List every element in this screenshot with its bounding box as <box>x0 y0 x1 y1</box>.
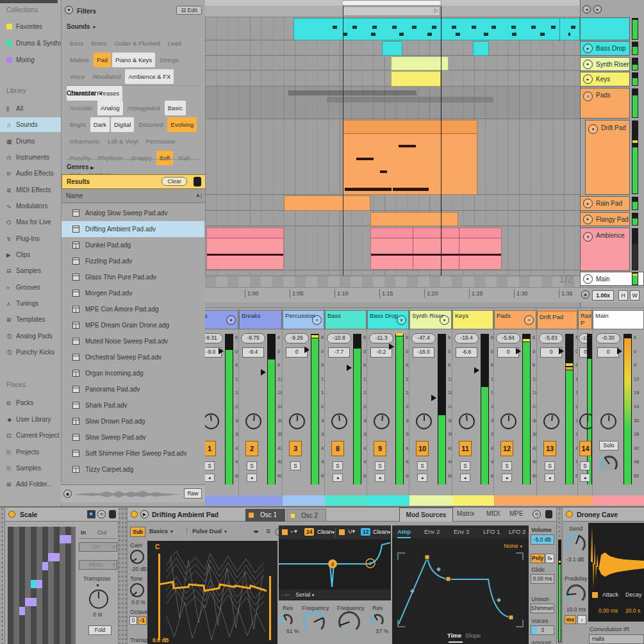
playhead[interactable] <box>441 6 442 287</box>
wave-position-slider[interactable] <box>158 554 160 640</box>
ir-select[interactable]: Halls <box>589 634 644 644</box>
res1-value[interactable]: 61 % <box>286 628 299 634</box>
scroll-left-icon[interactable]: ◂ <box>582 5 591 13</box>
pan-knob[interactable] <box>205 413 219 429</box>
fold-button[interactable]: Fold <box>88 625 111 635</box>
freq2-knob[interactable] <box>338 611 360 633</box>
solo-button[interactable]: S <box>290 461 301 470</box>
fit-height-button[interactable]: H <box>618 290 628 301</box>
clip-flangy-pad[interactable] <box>370 212 458 226</box>
fit-width-button[interactable]: W <box>630 290 640 301</box>
fold-icon[interactable]: ▸ <box>583 74 593 84</box>
peak-value[interactable]: -0.30 <box>596 333 620 343</box>
device-on-led[interactable] <box>8 511 15 518</box>
sidebar-item-samples[interactable]: ⊟Samples <box>0 263 61 278</box>
fold-icon[interactable]: ▸ <box>583 60 593 69</box>
volume-value[interactable]: -6.6 <box>456 347 477 358</box>
fold-icon[interactable]: ▸ <box>583 274 593 284</box>
sort-ascending-icon[interactable]: ▲| <box>195 192 202 198</box>
arm-button[interactable]: ● <box>417 474 427 482</box>
scale-note-grid[interactable] <box>8 527 76 644</box>
save-preset-icon[interactable] <box>109 510 116 518</box>
scale-cell-active[interactable] <box>31 598 37 606</box>
sync-mode-button[interactable]: ♪ <box>577 615 586 624</box>
clip-ambience-1[interactable] <box>206 227 284 270</box>
arm-button[interactable]: ● <box>205 474 215 482</box>
solo-button[interactable]: S <box>460 461 470 470</box>
solo-button[interactable]: S <box>502 461 512 470</box>
sounds-filter-label[interactable]: Sounds ▼ <box>67 23 96 30</box>
attack-toggle[interactable] <box>592 592 598 598</box>
strip-header[interactable]: Bass <box>325 310 367 329</box>
clip-drift-pad[interactable] <box>343 120 477 195</box>
send-value[interactable]: -3.1 dB <box>566 556 584 563</box>
volume-value-box[interactable]: -5.0 dB <box>531 534 554 545</box>
envelope-display[interactable]: None ▾ Time Slope <box>392 538 529 644</box>
res2-knob[interactable] <box>371 614 384 627</box>
wave-position-value[interactable]: 0.0 dB <box>153 637 169 643</box>
list-item-file[interactable]: Glass Thin Pure Pad.adv <box>62 269 204 285</box>
ir-display[interactable]: Attack Decay 0.00 ms 20.0 s <box>588 523 644 622</box>
track-header-flangy-pad[interactable]: ▸Flangy Pad <box>580 212 630 226</box>
osc-pitch-slider[interactable] <box>269 576 271 640</box>
pan-zoom-icon[interactable]: ◈ <box>581 290 590 299</box>
tag-voice[interactable]: Voice <box>67 69 88 84</box>
filter-display[interactable]: 2 1 <box>279 540 391 590</box>
volume-value[interactable]: -9.4 <box>242 347 264 358</box>
list-item-file[interactable]: MPE Dream Grain Drone.adg <box>62 317 204 333</box>
tag-woodwind[interactable]: Woodwind <box>89 69 124 84</box>
wavetable-display[interactable]: C 0.0 dB <box>147 541 277 644</box>
filter1-circuit-select[interactable]: Clean▾ <box>317 529 334 535</box>
crossfade-knob[interactable] <box>600 456 618 473</box>
device-header[interactable]: Droney Cave <box>563 508 644 522</box>
mixer-strip-breaks[interactable]: Breaks -9.75 -9.4 6 0 6 12 18 24 30 36 4… <box>239 308 283 495</box>
pan-knob[interactable] <box>374 413 390 429</box>
out-label[interactable]: Out <box>97 529 107 536</box>
sidebar-item-punchy-kicks[interactable]: ⓪Punchy Kicks <box>0 345 61 359</box>
solo-button[interactable]: S <box>333 461 343 470</box>
strip-header[interactable]: Keys <box>452 310 493 329</box>
mixer-strip-pads[interactable]: Pads≡ -5.84 0 6 0 6 12 18 24 30 36 42 48… <box>494 308 537 495</box>
sidebar-item-analog-pads[interactable]: ⓪Analog Pads <box>0 329 61 343</box>
transpose-knob[interactable] <box>89 590 108 609</box>
sidebar-item-tunings[interactable]: ⋏Tunings <box>0 296 61 311</box>
arm-button[interactable]: ● <box>545 474 555 482</box>
unison-mode-select[interactable]: Shimmer▾ <box>531 604 554 613</box>
solo-button[interactable]: S <box>580 461 590 470</box>
tag-lofi-vinyl[interactable]: Lofi & Vinyl <box>104 134 141 149</box>
sidebar-item-samples-place[interactable]: ⎘Samples <box>0 461 61 475</box>
zoom-level-box[interactable]: 1.00x <box>592 290 614 301</box>
tag-distorted[interactable]: Distorted <box>135 117 166 132</box>
tab-matrix[interactable]: Matrix <box>457 510 474 517</box>
sidebar-item-sounds[interactable]: ♫Sounds <box>0 117 61 132</box>
tab-env3[interactable]: Env 3 <box>454 528 469 535</box>
save-preset-icon[interactable] <box>545 510 552 518</box>
track-header-rain-pad[interactable]: ▸Rain Pad <box>580 196 630 211</box>
hot-swap-icon[interactable]: ⟲ <box>97 510 106 518</box>
pan-knob[interactable] <box>500 413 516 429</box>
device-on-led[interactable] <box>566 511 573 518</box>
clip-synth-riser[interactable] <box>391 56 449 70</box>
tag-strings[interactable]: Strings <box>156 53 182 67</box>
fold-icon[interactable]: ▾ <box>226 315 236 325</box>
fold-icon[interactable]: ▸ <box>583 215 593 224</box>
collection-favorites[interactable]: Favorites <box>0 19 61 34</box>
res2-value[interactable]: 57 % <box>376 628 388 634</box>
freq1-knob[interactable] <box>303 611 325 633</box>
tab-lfo2[interactable]: LFO 2 <box>509 528 525 535</box>
mixer-strip-synth-riser[interactable]: Synth Riser▾ -47.4 -18.0 6 0 6 12 18 24 … <box>409 308 452 495</box>
filter-funnel-icon[interactable]: ▼ <box>65 6 73 14</box>
track-activator[interactable]: 10 <box>416 441 429 456</box>
clear-results-button[interactable]: Clear <box>161 177 187 186</box>
track-header-synth-riser[interactable]: ▸Synth Riser <box>580 57 630 71</box>
peak-value[interactable]: -10.8 <box>327 333 351 343</box>
sidebar-item-templates[interactable]: ⊞Templates <box>0 312 61 327</box>
pan-knob[interactable] <box>600 413 616 429</box>
pan-knob[interactable] <box>331 413 347 429</box>
scroll-right-icon[interactable]: ▸ <box>593 5 602 13</box>
octave-0[interactable]: 0 <box>129 616 137 625</box>
solo-button[interactable]: S <box>417 461 427 470</box>
wavetable-name-select[interactable]: Pulse Dual ▼ <box>186 528 227 534</box>
sidebar-item-midi-effects[interactable]: ≣MIDI Effects <box>0 183 61 197</box>
fold-icon[interactable]: ▾ <box>440 315 449 325</box>
